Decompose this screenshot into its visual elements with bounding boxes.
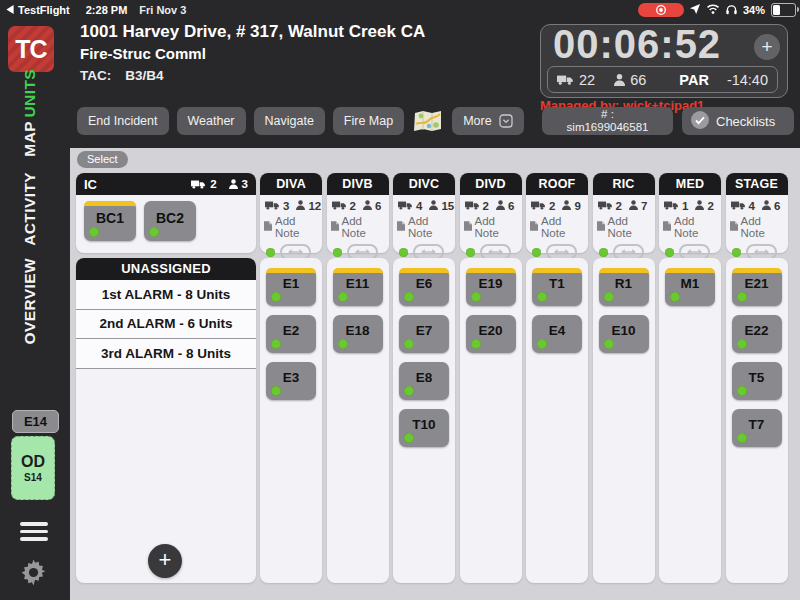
unit-tile-bc2[interactable]: BC2 xyxy=(144,201,196,241)
incident-type: Fire-Struc Comml xyxy=(80,45,206,62)
sector-header-divb[interactable]: DIVB xyxy=(327,173,389,195)
sector-header-stage[interactable]: STAGE xyxy=(726,173,788,195)
unit-tile-m1[interactable]: M1 xyxy=(665,268,715,306)
unit-tile-e19[interactable]: E19 xyxy=(466,268,516,306)
apparatus-count: 2 xyxy=(483,200,489,212)
add-note-label: Add Note xyxy=(608,215,655,239)
sector-header-divd[interactable]: DIVD xyxy=(460,173,522,195)
fire-truck-icon xyxy=(398,200,413,212)
toolbar-button-fire-map[interactable]: Fire Map xyxy=(333,107,404,135)
person-icon xyxy=(762,200,771,212)
unit-tile-e11[interactable]: E11 xyxy=(333,268,383,306)
sidebar-nav-units[interactable]: UNITS xyxy=(21,69,39,118)
fire-truck-icon xyxy=(465,200,480,212)
add-note-button[interactable]: Add Note xyxy=(260,212,322,239)
add-note-button[interactable]: Add Note xyxy=(393,212,455,239)
add-unit-button[interactable]: + xyxy=(148,544,182,578)
unit-tile-e22[interactable]: E22 xyxy=(732,315,782,353)
toolbar-button-navigate[interactable]: Navigate xyxy=(254,107,325,135)
sector-unit-list-divc: E6E7E8T10 xyxy=(393,258,455,583)
unit-tile-t1[interactable]: T1 xyxy=(532,268,582,306)
sidebar-nav-map[interactable]: MAP xyxy=(21,121,39,157)
sector-header-med[interactable]: MED xyxy=(659,173,721,195)
unit-status-green-dot xyxy=(404,433,414,443)
add-note-label: Add Note xyxy=(741,215,788,239)
gear-icon[interactable] xyxy=(19,558,48,591)
checklists-button[interactable]: Checklists xyxy=(682,107,794,135)
sector-unit-list-divb: E11E18 xyxy=(327,258,389,583)
sector-column-divc: DIVC415Add NoteE6E7E8T10 xyxy=(393,173,455,583)
unit-label: E7 xyxy=(399,323,449,338)
unit-tile-e8[interactable]: E8 xyxy=(399,362,449,400)
incident-number-button[interactable]: # : sim1699046581 xyxy=(542,107,673,135)
sector-status-row xyxy=(659,239,721,260)
sector-header-ric[interactable]: RIC xyxy=(593,173,655,195)
unit-status-green-dot xyxy=(338,292,348,302)
checklists-label: Checklists xyxy=(716,114,775,129)
toolbar-button-end-incident[interactable]: End Incident xyxy=(77,107,169,135)
screen-record-icon[interactable] xyxy=(638,3,684,17)
my-unit-status-tile[interactable]: OD S14 xyxy=(11,436,55,500)
unit-tile-e7[interactable]: E7 xyxy=(399,315,449,353)
add-note-button[interactable]: Add Note xyxy=(460,212,522,239)
sector-unit-list-divd: E19E20 xyxy=(460,258,522,583)
add-note-button[interactable]: Add Note xyxy=(526,212,588,239)
hamburger-menu-icon[interactable] xyxy=(20,522,48,545)
toolbar: End IncidentWeatherNavigateFire Map More xyxy=(77,107,524,135)
unit-status-green-dot xyxy=(604,339,614,349)
sidebar-nav-activity[interactable]: ACTIVITY xyxy=(21,172,39,246)
sector-info-panel: STAGE46Add Note xyxy=(726,173,788,253)
unit-label: E1 xyxy=(266,276,316,291)
add-note-button[interactable]: Add Note xyxy=(327,212,389,239)
unit-tile-t5[interactable]: T5 xyxy=(732,362,782,400)
unit-tile-r1[interactable]: R1 xyxy=(599,268,649,306)
unit-tile-e21[interactable]: E21 xyxy=(732,268,782,306)
unit-label: E18 xyxy=(333,323,383,338)
unit-label: E4 xyxy=(532,323,582,338)
add-note-button[interactable]: Add Note xyxy=(659,212,721,239)
unit-tile-e6[interactable]: E6 xyxy=(399,268,449,306)
sector-info-panel: RIC27Add Note xyxy=(593,173,655,253)
sector-header-divc[interactable]: DIVC xyxy=(393,173,455,195)
add-note-button[interactable]: Add Note xyxy=(726,212,788,239)
unit-tile-e1[interactable]: E1 xyxy=(266,268,316,306)
add-note-button[interactable]: Add Note xyxy=(593,212,655,239)
unit-tile-e18[interactable]: E18 xyxy=(333,315,383,353)
tac-value: B3/B4 xyxy=(125,68,163,83)
my-unit-badge[interactable]: E14 xyxy=(12,410,59,433)
unit-tile-e4[interactable]: E4 xyxy=(532,315,582,353)
unit-status-green-dot xyxy=(737,386,747,396)
timer-plus-icon[interactable]: + xyxy=(754,34,780,60)
sidebar-nav-overview[interactable]: OVERVIEW xyxy=(21,258,39,344)
unit-tile-e20[interactable]: E20 xyxy=(466,315,516,353)
unit-tile-t10[interactable]: T10 xyxy=(399,409,449,447)
unit-label: E21 xyxy=(732,276,782,291)
sector-stats: 415 xyxy=(393,195,455,212)
status-green-dot xyxy=(266,248,275,257)
lead-unit-bar xyxy=(84,201,136,206)
unit-status-green-dot xyxy=(604,292,614,302)
sector-header-roof[interactable]: ROOF xyxy=(526,173,588,195)
unassigned-alarm-row[interactable]: 3rd ALARM - 8 Units xyxy=(76,339,256,369)
lead-unit-bar xyxy=(599,268,649,273)
tc-app-logo[interactable]: TC xyxy=(8,26,54,72)
unit-tile-e3[interactable]: E3 xyxy=(266,362,316,400)
select-button[interactable]: Select xyxy=(77,151,128,168)
toolbar-button-weather[interactable]: Weather xyxy=(177,107,246,135)
more-button[interactable]: More xyxy=(452,107,523,135)
note-icon xyxy=(397,221,405,233)
elapsed-time: 00:06:52 xyxy=(553,21,721,67)
par-countdown: -14:40 xyxy=(727,72,768,88)
sector-column-roof: ROOF29Add NoteT1E4 xyxy=(526,173,588,583)
unit-tile-e2[interactable]: E2 xyxy=(266,315,316,353)
unit-tile-t7[interactable]: T7 xyxy=(732,409,782,447)
unassigned-alarm-row[interactable]: 1st ALARM - 8 Units xyxy=(76,280,256,310)
sector-header-diva[interactable]: DIVA xyxy=(260,173,322,195)
unit-tile-e10[interactable]: E10 xyxy=(599,315,649,353)
sector-unit-list-diva: E1E2E3 xyxy=(260,258,322,583)
ic-header[interactable]: IC 2 3 xyxy=(76,173,256,195)
unassigned-alarm-row[interactable]: 2nd ALARM - 6 Units xyxy=(76,310,256,340)
map-icon[interactable] xyxy=(412,107,444,135)
ic-unit-area: BC1BC2 xyxy=(76,195,256,253)
unit-tile-bc1[interactable]: BC1 xyxy=(84,201,136,241)
